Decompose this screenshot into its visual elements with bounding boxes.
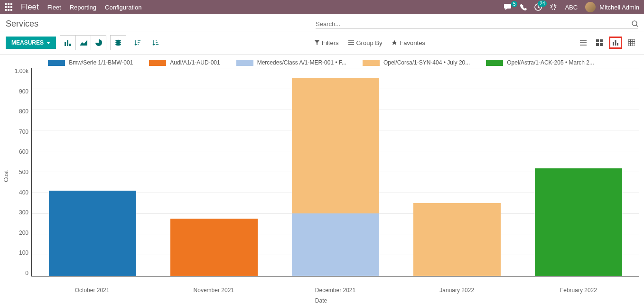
svg-rect-4 — [67, 40, 68, 46]
y-tick: 1.00k — [15, 68, 28, 74]
x-tick: January 2022 — [396, 284, 518, 294]
bar-group — [32, 68, 153, 276]
legend-item[interactable]: Audi/A1/1-AUD-001 — [149, 59, 220, 66]
bar-stack[interactable] — [49, 191, 136, 276]
bar-chart-icon[interactable] — [60, 36, 75, 50]
nav-configuration[interactable]: Configuration — [105, 4, 141, 11]
y-tick: 300 — [19, 209, 28, 216]
bar-group — [275, 68, 396, 276]
avatar — [585, 2, 596, 12]
legend-swatch — [48, 60, 65, 66]
legend: Bmw/Serie 1/1-BMW-001Audi/A1/1-AUD-001Me… — [3, 59, 639, 66]
svg-rect-21 — [596, 39, 599, 42]
groupby-button[interactable]: Group By — [348, 39, 383, 46]
x-tick: November 2021 — [153, 284, 274, 294]
y-tick: 600 — [19, 148, 28, 155]
legend-label: Mercedes/Class A/1-MER-001 • F... — [257, 59, 346, 66]
svg-rect-27 — [617, 43, 618, 46]
x-axis: October 2021November 2021December 2021Ja… — [31, 284, 639, 294]
pie-chart-icon[interactable] — [91, 36, 106, 50]
messages-badge: 5 — [511, 1, 518, 7]
control-panel: MEASURES Filters Group By Favorites — [0, 31, 644, 55]
funnel-icon — [315, 40, 319, 45]
svg-rect-25 — [613, 42, 614, 46]
svg-rect-22 — [600, 39, 603, 42]
search-icon[interactable] — [632, 20, 638, 27]
measures-button[interactable]: MEASURES — [6, 37, 56, 49]
chart: Bmw/Serie 1/1-BMW-001Audi/A1/1-AUD-001Me… — [0, 55, 644, 304]
bar-stack[interactable] — [170, 219, 258, 276]
x-tick: February 2022 — [518, 284, 639, 294]
filters-button[interactable]: Filters — [315, 39, 338, 46]
bar-segment[interactable] — [413, 203, 501, 276]
list-icon — [348, 40, 354, 45]
legend-label: Opel/Astra/1-ACK-205 • March 2... — [507, 59, 594, 66]
nav-reporting[interactable]: Reporting — [70, 4, 96, 11]
legend-swatch — [363, 60, 380, 66]
legend-swatch — [149, 60, 166, 66]
x-axis-label: Date — [3, 297, 639, 304]
bar-stack[interactable] — [535, 168, 622, 276]
company-switcher[interactable]: ABC — [565, 4, 578, 11]
user-menu[interactable]: Mitchell Admin — [585, 2, 639, 12]
svg-line-2 — [636, 25, 638, 27]
activities-badge: 24 — [538, 0, 547, 7]
svg-rect-5 — [69, 44, 71, 46]
y-tick: 700 — [19, 129, 28, 135]
messages-icon[interactable]: 5 — [504, 4, 513, 10]
measures-label: MEASURES — [11, 39, 44, 46]
bar-group — [153, 68, 275, 276]
legend-item[interactable]: Opel/Corsa/1-SYN-404 • July 20... — [363, 59, 470, 66]
breadcrumb-row: Services — [0, 14, 644, 31]
debug-icon[interactable] — [550, 3, 557, 11]
user-name: Mitchell Admin — [599, 4, 639, 11]
line-chart-icon[interactable] — [75, 36, 91, 50]
svg-point-1 — [632, 21, 637, 26]
svg-rect-3 — [65, 42, 66, 46]
plot-area — [31, 68, 639, 276]
bar-segment[interactable] — [292, 213, 379, 276]
bar-segment[interactable] — [292, 78, 379, 213]
apps-icon[interactable] — [5, 3, 12, 11]
sort-desc-icon[interactable] — [130, 36, 145, 50]
x-tick: October 2021 — [31, 284, 153, 294]
legend-swatch — [236, 60, 253, 66]
legend-item[interactable]: Opel/Astra/1-ACK-205 • March 2... — [486, 59, 594, 66]
favorites-button[interactable]: Favorites — [392, 39, 425, 46]
nav-fleet[interactable]: Fleet — [47, 4, 61, 11]
x-tick: December 2021 — [274, 284, 396, 294]
stacked-icon[interactable] — [111, 36, 126, 50]
y-tick: 200 — [19, 230, 28, 236]
bar-group — [396, 68, 518, 276]
search-input[interactable] — [316, 20, 632, 28]
svg-rect-23 — [596, 43, 599, 46]
y-tick: 400 — [19, 189, 28, 196]
bar-stack[interactable] — [292, 78, 379, 276]
y-tick: 100 — [19, 249, 28, 256]
legend-label: Bmw/Serie 1/1-BMW-001 — [69, 59, 133, 66]
legend-label: Audi/A1/1-AUD-001 — [170, 59, 220, 66]
bar-segment[interactable] — [535, 168, 622, 276]
y-axis: 1.00k9008007006005004003002001000 — [10, 68, 31, 276]
legend-item[interactable]: Mercedes/Class A/1-MER-001 • F... — [236, 59, 346, 66]
bar-segment[interactable] — [170, 219, 258, 276]
legend-label: Opel/Corsa/1-SYN-404 • July 20... — [383, 59, 470, 66]
y-axis-label: Cost — [3, 170, 10, 182]
star-icon — [392, 40, 397, 46]
svg-point-8 — [115, 44, 121, 46]
legend-item[interactable]: Bmw/Serie 1/1-BMW-001 — [48, 59, 133, 66]
pivot-view-icon[interactable] — [625, 37, 638, 49]
bar-segment[interactable] — [49, 191, 136, 276]
bar-stack[interactable] — [413, 203, 501, 276]
brand[interactable]: Fleet — [21, 2, 39, 12]
graph-view-icon[interactable] — [609, 37, 622, 49]
sort-asc-icon[interactable] — [148, 36, 163, 50]
svg-rect-26 — [615, 40, 616, 46]
activities-icon[interactable]: 24 — [534, 3, 542, 11]
kanban-view-icon[interactable] — [593, 37, 606, 49]
phone-icon[interactable] — [520, 4, 527, 10]
list-view-icon[interactable] — [577, 37, 590, 49]
y-tick: 0 — [25, 270, 28, 276]
legend-swatch — [486, 60, 503, 66]
caret-down-icon — [47, 42, 50, 44]
